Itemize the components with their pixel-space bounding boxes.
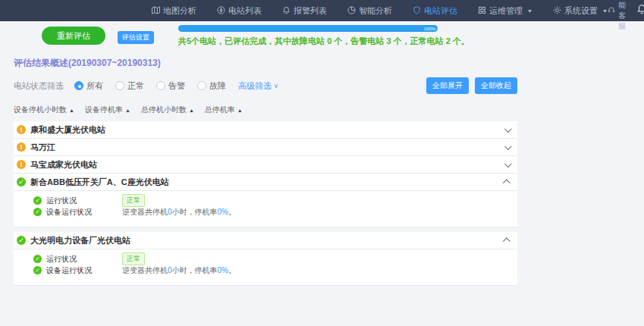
sort-total-downtime-rate[interactable]: 总停机率 ▲: [205, 105, 243, 115]
evaluation-summary-text: 共5个电站，已评估完成，其中故障电站 0 个，告警电站 3 个，正常电站 2 个…: [178, 36, 438, 47]
nav-item-system-settings[interactable]: 系统设置 ▼: [553, 5, 608, 17]
nav-item-label: 报警列表: [294, 5, 327, 17]
detail-device-status: ✓ 设备运行状况 逆变器共停机0小时，停机率0%。: [33, 206, 510, 218]
chevron-down-icon[interactable]: [504, 160, 512, 168]
nav-item-label: 系统设置: [564, 5, 598, 17]
station-row-kangheshen[interactable]: ! 康和盛大厦光伏电站: [14, 121, 517, 139]
status-badge: 正常: [122, 194, 145, 207]
chevron-down-icon[interactable]: [504, 143, 512, 150]
grid-icon: [478, 6, 486, 16]
advanced-filter-label: 高级筛选: [238, 80, 272, 92]
nav-item-label: 电站评估: [424, 5, 457, 17]
detail-label: 设备运行状况: [46, 265, 122, 276]
chevron-down-icon[interactable]: [504, 125, 512, 133]
success-icon: ✓: [33, 266, 42, 274]
station-name: 大光明电力设备厂光伏电站: [30, 235, 130, 246]
filter-label: 电站状态筛选: [14, 80, 64, 92]
success-icon: ✓: [33, 196, 42, 205]
nav-item-label: 运维管理: [489, 5, 523, 17]
sort-asc-icon: ▲: [69, 108, 74, 113]
station-row-mabaocheng[interactable]: ! 马宝成家光伏电站: [14, 156, 517, 174]
radio-label: 告警: [168, 80, 185, 92]
station-name: 新合ABB低压开关厂A、C座光伏电站: [30, 177, 169, 188]
alarm-icon: [282, 6, 291, 16]
sort-device-downtime-hours[interactable]: 设备停机小时数 ▲: [14, 105, 74, 115]
sort-total-downtime-hours[interactable]: 总停机小时数 ▲: [141, 105, 194, 115]
radio-icon: [197, 81, 206, 90]
nav-item-map-analysis[interactable]: 地图分析: [152, 5, 196, 17]
shield-icon: [413, 6, 421, 16]
collapse-all-button[interactable]: 全部收起: [475, 77, 517, 94]
sort-label: 总停机小时数: [141, 105, 187, 115]
nav-right-group: 智能客服 wangke: [608, 0, 644, 32]
detail-text-suffix: 。: [228, 266, 236, 274]
detail-running-status: ✓ 运行状况 正常: [33, 253, 510, 265]
detail-text-prefix: 逆变器共停机: [122, 208, 168, 216]
evaluation-progress: 100% 共5个电站，已评估完成，其中故障电站 0 个，告警电站 3 个，正常电…: [178, 25, 438, 47]
radio-normal[interactable]: 正常: [115, 80, 144, 92]
smart-service-link[interactable]: 智能客服: [608, 0, 626, 32]
station-name: 康和盛大厦光伏电站: [30, 124, 105, 136]
radio-icon: [156, 81, 165, 90]
radio-all[interactable]: 所有: [74, 80, 103, 92]
sort-asc-icon: ▲: [125, 108, 130, 113]
chevron-up-icon[interactable]: [503, 179, 510, 187]
downtime-rate-value: 0%: [218, 266, 228, 274]
notification-bell-icon[interactable]: [636, 4, 644, 17]
sort-label: 总停机率: [205, 105, 235, 115]
status-badge: 正常: [122, 252, 145, 265]
detail-text: 逆变器共停机0小时，停机率0%。: [122, 207, 236, 218]
reevaluate-button[interactable]: 重新评估: [42, 27, 105, 45]
sort-asc-icon: ▲: [237, 108, 243, 113]
main-content: 评估结果概述(20190307~20190313) 电站状态筛选 所有 正常 告…: [0, 57, 644, 286]
radio-icon: [74, 81, 83, 90]
detail-label: 设备运行状况: [46, 207, 122, 218]
sort-device-downtime-rate[interactable]: 设备停机率 ▲: [85, 105, 130, 115]
station-name: 马万江: [30, 142, 55, 153]
radio-icon: [115, 81, 124, 90]
top-nav: 地图分析 电站列表 报警列表 智能分析 电站评估 运维管理 ▼ 系统设置 ▼: [0, 0, 644, 21]
warning-icon: !: [17, 160, 26, 169]
station-row-mawanjiang[interactable]: ! 马万江: [14, 139, 517, 156]
detail-label: 运行状况: [46, 196, 122, 206]
station-list-icon: [217, 6, 225, 16]
radio-label: 所有: [86, 80, 103, 92]
radio-fault[interactable]: 故障: [197, 80, 226, 92]
sort-label: 设备停机率: [85, 105, 123, 115]
nav-item-label: 电站列表: [228, 5, 262, 17]
radio-label: 故障: [209, 80, 226, 92]
nav-item-smart-analysis[interactable]: 智能分析: [347, 5, 392, 17]
radio-warning[interactable]: 告警: [156, 80, 185, 92]
station-details-daguangming: ✓ 运行状况 正常 ✓ 设备运行状况 逆变器共停机0小时，停机率0%。: [14, 249, 517, 286]
smart-service-label: 智能客服: [618, 0, 626, 32]
success-icon: ✓: [33, 208, 42, 216]
downtime-rate-value: 0%: [218, 208, 228, 216]
nav-item-label: 智能分析: [359, 5, 392, 17]
warning-icon: !: [17, 143, 26, 152]
filter-actions: 全部展开 全部收起: [426, 77, 517, 94]
map-icon: [152, 6, 160, 16]
expand-all-button[interactable]: 全部展开: [426, 77, 469, 94]
chevron-up-icon[interactable]: [503, 237, 510, 245]
chevron-down-icon: ∨: [274, 83, 278, 89]
evaluation-settings-button[interactable]: 评估设置: [118, 31, 154, 44]
chevron-down-icon: ▼: [527, 8, 532, 14]
nav-item-station-evaluation[interactable]: 电站评估: [413, 5, 457, 17]
station-row-xinhe-abb[interactable]: ✓ 新合ABB低压开关厂A、C座光伏电站: [14, 174, 517, 191]
success-icon: ✓: [17, 177, 26, 187]
sort-options-row: 设备停机小时数 ▲ 设备停机率 ▲ 总停机小时数 ▲ 总停机率 ▲: [14, 105, 517, 115]
detail-text-suffix: 。: [228, 208, 236, 216]
nav-item-ops-management[interactable]: 运维管理 ▼: [478, 5, 532, 17]
sort-asc-icon: ▲: [189, 108, 194, 113]
station-row-daguangming[interactable]: ✓ 大光明电力设备厂光伏电站: [14, 232, 517, 249]
radio-label: 正常: [127, 80, 144, 92]
detail-label: 运行状况: [46, 254, 122, 265]
success-icon: ✓: [33, 255, 42, 263]
nav-item-station-list[interactable]: 电站列表: [217, 5, 262, 17]
pie-chart-icon: [347, 6, 356, 16]
nav-item-alarm-list[interactable]: 报警列表: [282, 5, 327, 17]
station-list: ! 康和盛大厦光伏电站 ! 马万江 ! 马宝成家光伏电站 ✓ 新合ABB低压开关…: [14, 121, 517, 286]
advanced-filter-link[interactable]: 高级筛选 ∨: [238, 80, 278, 92]
sort-label: 设备停机小时数: [14, 105, 67, 115]
gear-icon: [553, 6, 561, 16]
